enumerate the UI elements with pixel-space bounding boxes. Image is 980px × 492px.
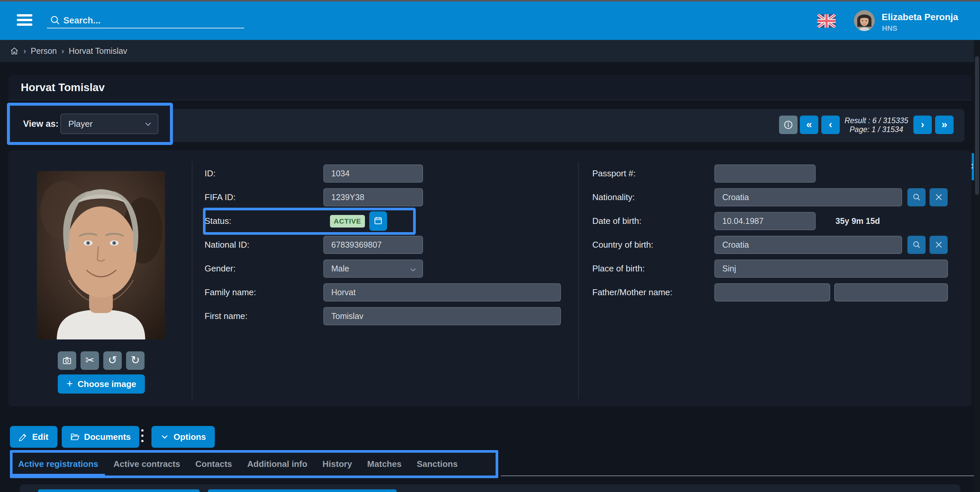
pagination-status: Result : 6 / 315335 Page: 1 / 31534 [843,115,909,134]
tab-contacts[interactable]: Contacts [195,453,232,476]
rotate-right-icon: ↻ [130,354,140,366]
view-as-value: Player [68,114,93,133]
column-divider [578,162,579,399]
folder-icon [70,432,80,441]
country-of-birth-label: Country of birth: [592,236,653,254]
partial-button[interactable] [208,489,397,492]
options-button[interactable]: Options [151,426,215,448]
tab-bar: Active registrations Active contracts Co… [18,453,458,476]
search-icon [912,193,921,202]
status-calendar-button[interactable] [369,211,387,231]
info-button[interactable] [779,115,797,134]
gender-label: Gender: [205,260,235,278]
hamburger-menu-icon[interactable] [17,14,32,26]
search-underline [47,28,244,29]
tab-active-contracts[interactable]: Active contracts [113,453,180,476]
page-title: Horvat Tomislav [21,75,105,100]
pagination-page: Page: 1 / 31534 [843,125,909,134]
camera-button[interactable] [58,351,76,370]
edit-label: Edit [32,432,48,442]
edit-button[interactable]: Edit [10,426,57,448]
breadcrumb-person[interactable]: Person [31,46,57,56]
tab-history[interactable]: History [322,453,352,476]
scrollbar-thumb[interactable] [975,56,979,195]
pencil-icon [19,433,27,441]
id-field[interactable]: 1034 [323,165,423,183]
national-id-label: National ID: [205,236,250,254]
nationality-label: Nationality: [592,188,635,206]
family-name-label: Family name: [205,283,256,302]
plus-icon: + [66,377,73,390]
nationality-clear-button[interactable] [929,188,948,206]
partial-button[interactable] [38,489,200,492]
father-name-field[interactable] [714,283,830,302]
rotate-right-button[interactable]: ↻ [126,351,145,370]
breadcrumb-separator: › [24,46,26,56]
crop-scissors-button[interactable]: ✂ [81,351,99,370]
father-mother-label: Father/Mother name: [592,283,673,302]
user-name[interactable]: Elizabeta Peronja [882,12,958,22]
first-name-field[interactable]: Tomislav [323,307,561,325]
country-clear-button[interactable] [929,236,948,254]
nationality-search-button[interactable] [907,188,926,206]
rotate-left-button[interactable]: ↺ [103,351,122,370]
id-label: ID: [205,165,215,183]
options-label: Options [173,432,206,442]
choose-image-label: Choose image [78,379,136,389]
rotate-left-icon: ↺ [108,354,117,366]
family-name-field[interactable]: Horvat [323,283,561,302]
nationality-field[interactable]: Croatia [714,188,902,206]
previous-page-button[interactable]: ‹ [821,115,840,134]
documents-button[interactable]: Documents [62,426,139,448]
gender-select[interactable]: Male [323,260,423,278]
tab-active-registrations[interactable]: Active registrations [18,453,98,476]
place-of-birth-field[interactable]: Sinj [714,260,948,278]
user-organization: HNS [882,24,897,33]
place-of-birth-label: Place of birth: [592,260,645,278]
person-photo [37,171,165,339]
tab-sanctions[interactable]: Sanctions [417,453,458,476]
mother-name-field[interactable] [834,283,948,302]
country-search-button[interactable] [907,236,926,254]
first-page-button[interactable]: « [800,115,818,134]
country-of-birth-field[interactable]: Croatia [714,236,902,254]
tab-bar-divider [501,476,974,476]
dob-field[interactable]: 10.04.1987 [714,212,816,230]
national-id-field[interactable]: 67839369807 [323,236,423,254]
tabs-highlight-box: Active registrations Active contracts Co… [10,450,498,478]
fifa-id-label: FIFA ID: [205,188,235,206]
close-icon [934,193,943,202]
close-icon [934,240,943,249]
pagination-result: Result : 6 / 315335 [843,116,909,125]
breadcrumb-current: Horvat Tomislav [68,46,127,56]
last-page-button[interactable]: » [935,115,954,134]
next-page-button[interactable]: › [913,115,932,134]
view-as-label: View as: [23,105,59,142]
tab-matches[interactable]: Matches [367,453,402,476]
passport-field[interactable] [714,165,816,183]
view-as-highlight-box: View as: Player [7,103,173,145]
chevron-down-icon [161,433,169,441]
calendar-icon [374,216,383,225]
fifa-id-field[interactable]: 1239Y38 [323,188,423,206]
column-divider [192,162,192,399]
view-as-select[interactable]: Player [60,113,158,134]
uk-flag-icon[interactable] [817,14,836,28]
gender-value: Male [331,264,349,273]
first-name-label: First name: [205,307,248,325]
actions-separator-dots [141,429,144,445]
scissors-icon: ✂ [85,354,94,366]
user-avatar[interactable] [854,10,875,31]
home-icon[interactable] [10,46,19,56]
status-badge: ACTIVE [330,215,365,227]
dob-label: Date of birth: [592,212,641,230]
title-card: Horvat Tomislav [8,75,972,101]
breadcrumb-separator: › [61,46,64,56]
breadcrumb: › Person › Horvat Tomislav [0,40,980,62]
documents-label: Documents [84,432,131,442]
chevron-down-icon [144,120,153,128]
search-input[interactable] [64,14,242,27]
search-icon [912,240,921,249]
tab-additional-info[interactable]: Additional info [247,453,307,476]
choose-image-button[interactable]: + Choose image [58,374,145,394]
